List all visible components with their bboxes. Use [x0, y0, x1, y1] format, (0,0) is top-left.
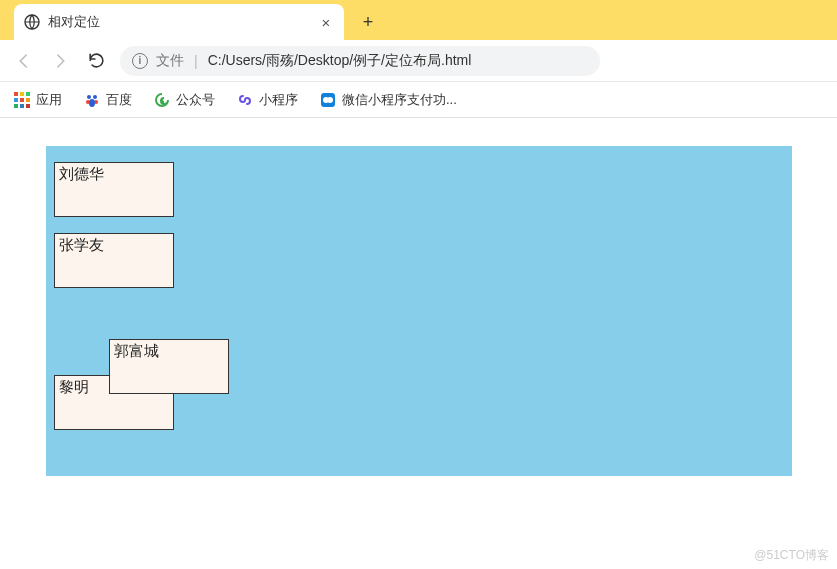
- bookmark-label: 微信小程序支付功...: [342, 91, 457, 109]
- bookmark-xcx[interactable]: 小程序: [237, 91, 298, 109]
- bookmark-label: 应用: [36, 91, 62, 109]
- container-box: 刘德华 张学友 郭富城 黎明: [46, 146, 792, 476]
- svg-point-1: [87, 95, 91, 99]
- globe-icon: [24, 14, 40, 30]
- swirl-icon: [154, 92, 170, 108]
- svg-point-5: [89, 99, 95, 107]
- bookmark-label: 小程序: [259, 91, 298, 109]
- miniprogram-icon: [237, 92, 253, 108]
- bookmark-label: 公众号: [176, 91, 215, 109]
- svg-point-2: [93, 95, 97, 99]
- forward-button[interactable]: [48, 49, 72, 73]
- bookmark-apps[interactable]: 应用: [14, 91, 62, 109]
- cell-1: 刘德华: [54, 162, 174, 217]
- close-icon[interactable]: ×: [318, 14, 334, 30]
- svg-point-8: [327, 97, 333, 103]
- address-prefix: 文件: [156, 52, 184, 70]
- apps-icon: [14, 92, 30, 108]
- toolbar: i 文件 | C:/Users/雨殇/Desktop/例子/定位布局.html: [0, 40, 837, 82]
- tab-strip: 相对定位 × +: [0, 0, 837, 40]
- address-separator: |: [194, 53, 198, 69]
- bookmark-baidu[interactable]: 百度: [84, 91, 132, 109]
- bookmark-wxpay[interactable]: 微信小程序支付功...: [320, 91, 457, 109]
- bookmark-gzh[interactable]: 公众号: [154, 91, 215, 109]
- back-button[interactable]: [12, 49, 36, 73]
- wechat-pay-icon: [320, 92, 336, 108]
- tab-title: 相对定位: [48, 13, 310, 31]
- baidu-icon: [84, 92, 100, 108]
- watermark: @51CTO博客: [754, 547, 829, 564]
- bookmark-bar: 应用 百度 公众号 小程序 微信小程序支付功...: [0, 82, 837, 118]
- browser-tab[interactable]: 相对定位 ×: [14, 4, 344, 40]
- cell-3-shifted: 郭富城: [109, 339, 229, 394]
- info-icon[interactable]: i: [132, 53, 148, 69]
- page-content: 刘德华 张学友 郭富城 黎明: [0, 118, 837, 504]
- bookmark-label: 百度: [106, 91, 132, 109]
- new-tab-button[interactable]: +: [354, 8, 382, 36]
- cell-2: 张学友: [54, 233, 174, 288]
- address-path: C:/Users/雨殇/Desktop/例子/定位布局.html: [208, 52, 472, 70]
- address-bar[interactable]: i 文件 | C:/Users/雨殇/Desktop/例子/定位布局.html: [120, 46, 600, 76]
- reload-button[interactable]: [84, 49, 108, 73]
